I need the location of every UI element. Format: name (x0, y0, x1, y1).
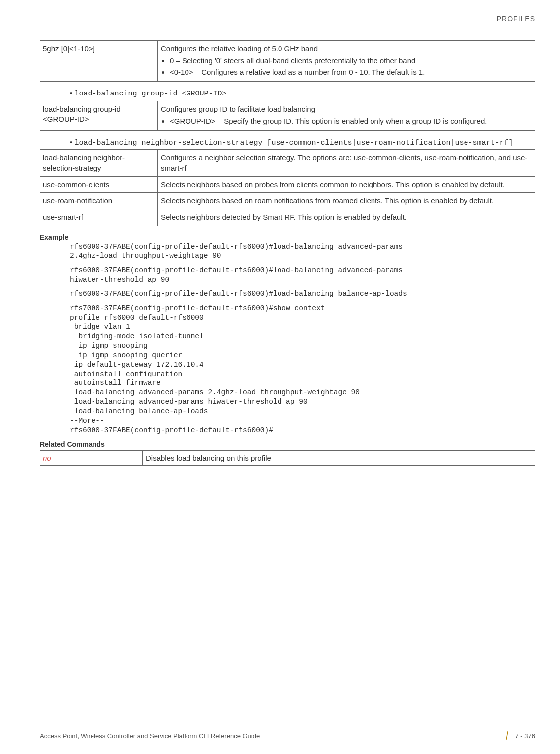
table-group-id: load-balancing group-id <GROUP-ID> Confi… (40, 101, 535, 131)
cell-param: load-balancing group-id <GROUP-ID> (40, 101, 158, 131)
cell-desc: Configures the relative loading of 5.0 G… (158, 41, 536, 82)
cell-desc-list: <GROUP-ID> – Specify the group ID. This … (161, 116, 530, 126)
example-code-4c: --More-- rfs6000-37FABE(config-profile-d… (70, 416, 535, 435)
table-row: use-common-clients Selects neighbors bas… (40, 176, 535, 192)
cell-param: use-common-clients (40, 176, 158, 192)
related-desc: Disables load balancing on this profile (143, 450, 536, 465)
example-code-2: rfs6000-37FABE(config-profile-default-rf… (70, 266, 535, 284)
cell-param: use-roam-notification (40, 193, 158, 209)
table-row: load-balancing neighbor-selection-strate… (40, 150, 535, 177)
table-row: 5ghz [0|<1-10>] Configures the relative … (40, 41, 535, 82)
table-row: use-smart-rf Selects neighbors detected … (40, 209, 535, 226)
page-number: 7 - 376 (515, 732, 535, 740)
table-row: use-roam-notification Selects neighbors … (40, 193, 535, 209)
command-bullet: • load-balancing group-id <GROUP-ID> (70, 89, 535, 98)
related-cmd: no (40, 450, 143, 465)
list-item: <GROUP-ID> – Specify the group ID. This … (170, 116, 530, 126)
cell-desc-line: Configures the relative loading of 5.0 G… (161, 44, 530, 54)
command-bullet: • load-balancing neighbor-selection-stra… (70, 138, 535, 147)
table-row: load-balancing group-id <GROUP-ID> Confi… (40, 101, 535, 131)
cell-param: 5ghz [0|<1-10>] (40, 41, 158, 82)
cell-param: load-balancing neighbor-selection-strate… (40, 150, 158, 177)
cell-desc: Selects neighbors based on roam notifica… (158, 193, 536, 209)
related-heading: Related Commands (40, 440, 535, 448)
cell-desc-line: Configures group ID to facilitate load b… (161, 104, 530, 114)
header-rule (40, 26, 535, 26)
list-item: 0 – Selecting '0' steers all dual-band c… (170, 56, 530, 66)
table-5ghz: 5ghz [0|<1-10>] Configures the relative … (40, 40, 535, 82)
list-item: <0-10> – Configures a relative load as a… (170, 67, 530, 77)
example-code-4b: load-balancing advanced-params 2.4ghz-lo… (70, 388, 535, 416)
command-text: load-balancing neighbor-selection-strate… (74, 139, 513, 147)
command-text: load-balancing group-id <GROUP-ID> (74, 90, 226, 98)
cell-desc: Configures group ID to facilitate load b… (158, 101, 536, 131)
example-heading: Example (40, 233, 535, 241)
slash-icon: / (506, 729, 508, 742)
cell-desc: Selects neighbors detected by Smart RF. … (158, 209, 536, 226)
cell-desc: Configures a neighbor selection strategy… (158, 150, 536, 177)
header-section: PROFILES (40, 15, 535, 23)
example-code-1: rfs6000-37FABE(config-profile-default-rf… (70, 242, 535, 261)
cell-desc-list: 0 – Selecting '0' steers all dual-band c… (161, 56, 530, 77)
example-code-3: rfs6000-37FABE(config-profile-default-rf… (70, 289, 535, 299)
table-row: no Disables load balancing on this profi… (40, 450, 535, 465)
cell-param: use-smart-rf (40, 209, 158, 226)
footer-title: Access Point, Wireless Controller and Se… (40, 732, 260, 740)
table-neighbor-strategy: load-balancing neighbor-selection-strate… (40, 149, 535, 226)
example-code-4a: rfs7000-37FABE(config-profile-default-rf… (70, 304, 535, 388)
table-related: no Disables load balancing on this profi… (40, 450, 535, 466)
footer-page-number: / 7 - 376 (505, 729, 535, 742)
cell-desc: Selects neighbors based on probes from c… (158, 176, 536, 192)
page-footer: Access Point, Wireless Controller and Se… (0, 729, 560, 742)
